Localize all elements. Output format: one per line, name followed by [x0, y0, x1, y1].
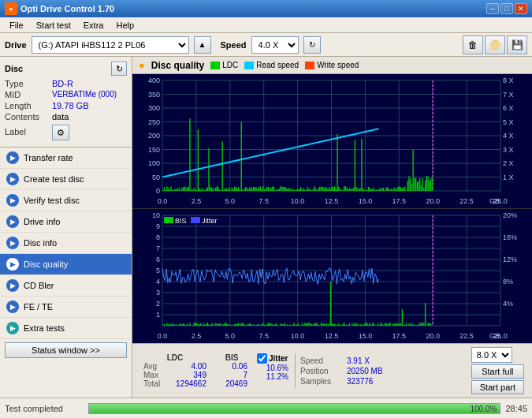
maximize-button[interactable]: □ [500, 3, 513, 14]
charts-container [132, 74, 532, 343]
action-buttons: 8.0 X Start full Start part [468, 345, 527, 396]
content-area: ● Disc quality LDC Read speed Write spee… [132, 57, 532, 397]
sidebar-item-label: FE / TE [24, 302, 53, 312]
menu-file[interactable]: File [3, 19, 30, 32]
disc-title: Disc [5, 64, 23, 73]
drive-label: Drive [5, 40, 27, 50]
sidebar-item-create-test-disc[interactable]: ▶ Create test disc [0, 169, 132, 190]
disc-length-row: Length 19.78 GB [5, 101, 127, 110]
sidebar-item-disc-quality[interactable]: ▶ Disc quality [0, 254, 132, 275]
progress-text: 100.0% [471, 404, 497, 412]
legend-write-speed: Write speed [305, 61, 359, 69]
cd-bler-icon: ▶ [6, 279, 19, 292]
bis-header: BIS 0.06 7 20469 [216, 353, 247, 388]
speed-refresh-button[interactable]: ↻ [303, 36, 321, 54]
disc-settings-button[interactable]: ⚙ [52, 125, 69, 140]
top-chart [132, 74, 532, 208]
transfer-rate-icon: ▶ [6, 151, 19, 164]
chart-title: Disc quality [151, 60, 204, 71]
bottom-chart [132, 209, 532, 343]
disc-contents-value: data [52, 112, 69, 121]
stats-section-ldc-bis: LDC Avg 4.00 Max 349 Total 1294662 [137, 353, 296, 388]
disc-mid-label: MID [5, 90, 49, 99]
samples-row: Samples 323776 [300, 377, 383, 386]
jitter-checkbox[interactable] [257, 353, 267, 364]
status-window-button[interactable]: Status window >> [5, 342, 127, 358]
disc-contents-row: Contents data [5, 112, 127, 121]
bis-max: 7 [216, 371, 247, 379]
bis-avg: 0.06 [216, 362, 247, 371]
ldc-label: LDC [222, 61, 238, 69]
burn-icon-button[interactable]: 📀 [485, 35, 505, 54]
fe-te-icon: ▶ [6, 300, 19, 313]
disc-type-value: BD-R [52, 79, 73, 88]
sidebar-item-fe-te[interactable]: ▶ FE / TE [0, 297, 132, 318]
disc-refresh-button[interactable]: ↻ [111, 62, 127, 76]
samples-value: 323776 [347, 377, 373, 386]
disc-length-value: 19.78 GB [52, 101, 88, 110]
menu-help[interactable]: Help [110, 19, 140, 32]
titlebar: ● Opti Drive Control 1.70 ─ □ ✕ [0, 0, 532, 17]
status-text: Test completed [5, 404, 84, 413]
bottom-chart-wrapper [132, 209, 532, 343]
legend-ldc: LDC [210, 61, 238, 69]
sidebar-item-label: CD Bler [24, 281, 54, 290]
disc-quality-icon: ▶ [6, 258, 19, 271]
drivebar: Drive (G:) ATAPI iHBS112 2 PL06 ▲ Speed … [0, 33, 532, 57]
jitter-header: Jitter 10.6% 11.2% [257, 353, 288, 388]
drive-select[interactable]: (G:) ATAPI iHBS112 2 PL06 [32, 36, 189, 54]
position-value: 20250 MB [347, 367, 383, 375]
minimize-button[interactable]: ─ [486, 3, 499, 14]
sidebar-item-label: Create test disc [24, 174, 84, 184]
sidebar-item-label: Disc quality [24, 259, 68, 269]
sidebar-item-extra-tests[interactable]: ▶ Extra tests [0, 318, 132, 339]
erase-icon-button[interactable]: 🗑 [463, 35, 483, 54]
app-icon: ● [5, 2, 17, 15]
disc-length-label: Length [5, 101, 49, 110]
disc-contents-label: Contents [5, 112, 49, 121]
speed-select[interactable]: 4.0 X [251, 36, 299, 54]
ldc-max: 349 [175, 371, 206, 379]
drive-info-icon: ▶ [6, 215, 19, 228]
start-full-button[interactable]: Start full [471, 364, 524, 379]
speed-value: 3.91 X [347, 356, 370, 365]
right-stats: Speed 3.91 X Position 20250 MB Samples 3… [296, 355, 388, 387]
extra-tests-icon: ▶ [6, 322, 19, 334]
save-icon-button[interactable]: 💾 [507, 35, 527, 54]
disc-header: Disc ↻ [5, 62, 127, 76]
speed-label: Speed [221, 40, 247, 50]
menu-start-test[interactable]: Start test [30, 19, 77, 32]
sidebar-item-label: Verify test disc [24, 196, 80, 205]
close-button[interactable]: ✕ [515, 3, 527, 14]
ldc-total: 1294662 [175, 379, 206, 388]
start-part-button[interactable]: Start part [471, 380, 524, 394]
ldc-header: LDC Avg 4.00 Max 349 Total 1294662 [143, 353, 206, 388]
disc-panel: Disc ↻ Type BD-R MID VERBATIMe (000) Len… [0, 57, 132, 147]
stats-row-total: Total 1294662 [143, 379, 206, 388]
sidebar-item-label: Extra tests [24, 323, 65, 333]
menu-extra[interactable]: Extra [77, 19, 110, 32]
sidebar-item-disc-info[interactable]: ▶ Disc info [0, 233, 132, 254]
ldc-avg: 4.00 [175, 362, 206, 371]
stats-row-bis-max: 7 [216, 371, 247, 379]
sidebar-item-label: Disc info [24, 238, 57, 248]
bis-total: 20469 [216, 379, 247, 388]
disc-mid-value: VERBATIMe (000) [52, 90, 117, 99]
jitter-avg: 10.6% [257, 364, 288, 372]
menubar: File Start test Extra Help [0, 17, 532, 33]
drive-eject-button[interactable]: ▲ [194, 36, 211, 54]
sidebar-item-cd-bler[interactable]: ▶ CD Bler [0, 275, 132, 297]
sidebar-item-transfer-rate[interactable]: ▶ Transfer rate [0, 147, 132, 169]
stats-row-bis-total: 20469 [216, 379, 247, 388]
verify-test-disc-icon: ▶ [6, 194, 19, 207]
progress-bar [89, 404, 500, 413]
jitter-check: Jitter [257, 353, 288, 364]
test-speed-select[interactable]: 8.0 X [471, 347, 512, 363]
sidebar-item-drive-info[interactable]: ▶ Drive info [0, 211, 132, 233]
sidebar-item-verify-test-disc[interactable]: ▶ Verify test disc [0, 190, 132, 211]
status-time: 28:45 [505, 404, 527, 413]
progress-bar-container: 100.0% [88, 403, 500, 414]
statusbar: Test completed 100.0% 28:45 [0, 397, 532, 418]
stats-row-max: Max 349 [143, 371, 206, 379]
stats-bar: LDC Avg 4.00 Max 349 Total 1294662 [132, 343, 532, 397]
